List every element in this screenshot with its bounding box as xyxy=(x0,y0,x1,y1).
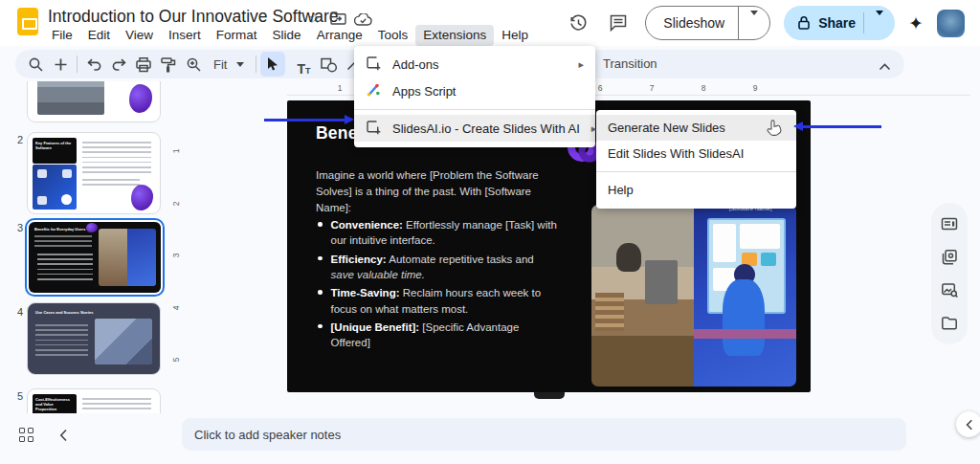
bullet-lead: [Unique Benefit]: xyxy=(331,321,420,333)
menu-edit[interactable]: Edit xyxy=(80,25,118,46)
select-cursor-tool[interactable] xyxy=(260,52,285,77)
thumbnail-text-lines xyxy=(37,254,93,282)
shape-tool[interactable] xyxy=(316,52,341,77)
grid-view-icon[interactable] xyxy=(19,428,33,442)
ruler-number: 6 xyxy=(598,83,603,93)
menu-separator xyxy=(354,109,595,110)
hide-side-panel-button[interactable] xyxy=(956,411,980,437)
caret-down-icon xyxy=(750,11,758,31)
text-box-tool[interactable]: TT xyxy=(291,52,316,77)
transition-button[interactable]: Transition xyxy=(603,56,657,71)
thumbnail-photo xyxy=(99,229,156,286)
purple-blob-decoration xyxy=(129,84,152,113)
share-button[interactable]: Share xyxy=(784,6,895,40)
menu-item-add-ons[interactable]: Add-ons ▸ xyxy=(354,51,595,77)
slide-thumbnail-1[interactable] xyxy=(27,81,161,122)
image-search-panel-icon[interactable] xyxy=(940,280,959,299)
user-avatar[interactable] xyxy=(937,10,965,37)
menu-file[interactable]: File xyxy=(44,25,80,46)
slide-thumbnail-2[interactable]: Key Features of the Software xyxy=(27,132,161,214)
slides-logo-icon[interactable] xyxy=(17,8,38,35)
speaker-notes-placeholder: Click to add speaker notes xyxy=(194,428,341,442)
share-label: Share xyxy=(811,15,863,31)
thumbnail-diagram xyxy=(33,165,77,210)
toolbar-divider xyxy=(256,55,256,73)
add-on-icon xyxy=(366,55,381,74)
redo-icon[interactable] xyxy=(106,52,131,77)
print-icon[interactable] xyxy=(131,52,156,77)
annotation-arrow-right xyxy=(264,119,345,122)
comments-icon[interactable] xyxy=(605,10,632,36)
menu-view[interactable]: View xyxy=(118,25,161,46)
bullet-dot-icon xyxy=(318,290,323,295)
slideshow-button[interactable]: Slideshow xyxy=(645,6,770,40)
hand-cursor-icon xyxy=(766,119,782,141)
share-dropdown[interactable] xyxy=(864,15,895,31)
purple-blob-decoration xyxy=(131,185,153,210)
menu-separator xyxy=(596,171,796,172)
folder-panel-icon[interactable] xyxy=(940,314,959,333)
slide-thumbnail-3-selected[interactable]: Benefits for Everyday Users xyxy=(25,218,165,297)
image-after-scene xyxy=(694,205,796,387)
bullet-item: Time-Saving: Reclaim hours each week to … xyxy=(318,285,559,317)
zoom-in-icon[interactable] xyxy=(181,52,206,77)
menu-item-edit-slides[interactable]: Edit Slides With SlidesAI xyxy=(596,141,796,166)
collapse-toolbar-icon[interactable] xyxy=(879,57,891,75)
image-books xyxy=(595,293,624,331)
menu-arrange[interactable]: Arrange xyxy=(309,25,370,46)
bullet-dot-icon xyxy=(318,222,323,227)
paint-format-icon[interactable] xyxy=(156,52,181,77)
google-slides-app: Introduction to Our Innovative Software … xyxy=(0,0,980,464)
menu-help[interactable]: Help xyxy=(494,25,536,46)
menu-item-label: Help xyxy=(608,183,785,197)
bullet-dot-icon xyxy=(318,256,323,261)
bullet-item: [Unique Benefit]: [Specific Advantage Of… xyxy=(318,320,559,351)
menu-item-label: Add-ons xyxy=(392,57,567,72)
menu-extensions[interactable]: Extensions xyxy=(415,25,494,46)
slide-bullet-list[interactable]: Convenience: Effortlessly manage [Task] … xyxy=(318,217,559,351)
menu-item-slidesai[interactable]: SlidesAI.io - Create Slides With AI ▸ xyxy=(354,115,595,142)
menu-insert[interactable]: Insert xyxy=(161,25,209,46)
menu-tools[interactable]: Tools xyxy=(370,25,416,46)
search-menus-icon[interactable] xyxy=(23,52,48,77)
menu-item-label: Apps Script xyxy=(392,84,584,99)
new-slide-plus-icon[interactable] xyxy=(48,52,73,77)
document-title[interactable]: Introduction to Our Innovative Software xyxy=(48,7,339,27)
undo-icon[interactable] xyxy=(81,52,106,77)
gemini-sparkle-icon[interactable]: ✦ xyxy=(908,14,924,33)
menu-format[interactable]: Format xyxy=(209,25,265,46)
annotation-arrow-left xyxy=(802,125,881,128)
bullet-dot-icon xyxy=(318,324,323,329)
caret-down-icon xyxy=(876,11,883,31)
slide-thumbnail-5[interactable]: Cost-Effectiveness and Value Proposition xyxy=(27,388,161,413)
layouts-panel-icon[interactable] xyxy=(940,214,959,233)
ruler-number: 9 xyxy=(753,83,758,93)
textbox-glyph: T xyxy=(297,61,305,77)
slide-number: 2 xyxy=(8,134,23,145)
menu-item-help[interactable]: Help xyxy=(596,177,796,203)
bullet-lead: Efficiency: xyxy=(331,254,387,265)
version-history-icon[interactable] xyxy=(565,10,591,36)
right-side-panel xyxy=(931,203,968,344)
thumbnail-text-lines xyxy=(34,235,92,251)
photos-panel-icon[interactable] xyxy=(940,248,959,267)
slide-intro-text[interactable]: Imagine a world where [Problem the Softw… xyxy=(316,167,557,216)
zoom-fit-select[interactable]: Fit xyxy=(206,57,252,72)
menu-item-apps-script[interactable]: Apps Script xyxy=(354,77,595,104)
canvas-drag-handle[interactable] xyxy=(534,392,565,399)
slide-image[interactable]: [Software Name] xyxy=(591,205,796,387)
image-person xyxy=(723,279,765,356)
image-before-scene xyxy=(591,205,694,387)
slide-thumbnail-4[interactable]: Use Cases and Success Stories xyxy=(27,302,161,375)
textbox-glyph-small: T xyxy=(305,66,311,77)
speaker-notes-input[interactable]: Click to add speaker notes xyxy=(182,418,906,451)
menu-slide[interactable]: Slide xyxy=(265,25,309,46)
collapse-filmstrip-icon[interactable] xyxy=(59,429,68,446)
bullet-text: Automate repetitive tasks and xyxy=(387,254,534,265)
slide-number: 4 xyxy=(8,306,23,318)
extensions-menu: Add-ons ▸ Apps Script SlidesAI.io - Crea… xyxy=(354,46,595,147)
slide-number: 5 xyxy=(8,390,23,402)
slideshow-dropdown[interactable] xyxy=(739,15,769,31)
image-person xyxy=(616,243,641,272)
slide-number: 3 xyxy=(8,222,23,233)
